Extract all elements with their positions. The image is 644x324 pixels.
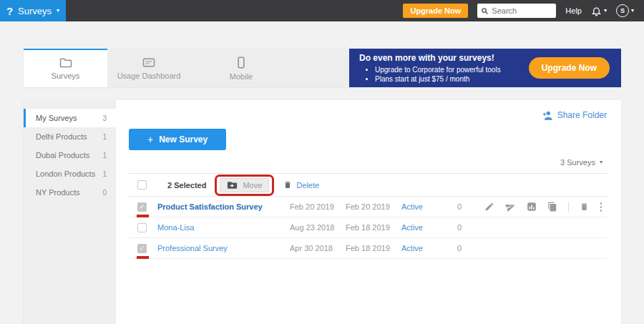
search-input[interactable] — [492, 6, 552, 15]
tab-label: Mobile — [230, 72, 253, 81]
tab-surveys[interactable]: Surveys — [24, 49, 107, 87]
folder-count: 1 — [102, 152, 107, 159]
folder-count: 0 — [102, 189, 107, 197]
surveys-count-label: 3 Surveys — [560, 158, 595, 167]
created-date: Apr 30 2018 — [290, 244, 346, 252]
share-folder-link[interactable]: Share Folder — [542, 110, 607, 120]
survey-title-link[interactable]: Mona-Lisa — [157, 223, 290, 232]
tab-mobile[interactable]: Mobile — [190, 49, 292, 87]
surveys-panel: Share Folder + New Survey 3 Surveys ▾ 2 … — [116, 100, 621, 324]
sidebar-item-delhi-products[interactable]: Delhi Products1 — [24, 127, 116, 146]
tab-label: Surveys — [52, 72, 80, 80]
surveys-table: 2 Selected Move — [129, 173, 607, 259]
chevron-down-icon: ▾ — [57, 8, 59, 14]
person-add-icon — [542, 110, 553, 120]
folder-label: Delhi Products — [36, 132, 87, 141]
upgrade-now-banner-button[interactable]: Upgrade Now — [529, 57, 610, 79]
status-badge: Active — [401, 202, 457, 211]
select-all-checkbox[interactable] — [137, 180, 147, 190]
responses-count: 0 — [457, 244, 484, 252]
sidebar-item-london-products[interactable]: London Products1 — [24, 165, 116, 183]
modified-date: Feb 20 2019 — [346, 202, 401, 211]
survey-title-link[interactable]: Product Satisfaction Survey — [157, 202, 290, 211]
selected-count-label: 2 Selected — [167, 181, 206, 190]
main-card: My Surveys3Delhi Products1Dubai Products… — [24, 100, 621, 324]
status-badge: Active — [401, 223, 457, 232]
modified-date: Feb 18 2019 — [346, 244, 401, 252]
account-menu[interactable]: S ▾ — [616, 4, 634, 17]
promo-title: Do even more with your surveys! — [359, 53, 529, 63]
status-badge: Active — [401, 244, 457, 252]
row-checkbox[interactable]: ✓ — [137, 202, 147, 212]
created-date: Aug 23 2018 — [290, 223, 346, 232]
row-actions — [484, 202, 607, 212]
promo-bullet: Upgrade to Corporate for powerful tools — [375, 65, 529, 74]
new-survey-button[interactable]: + New Survey — [129, 129, 226, 150]
folder-count: 3 — [102, 114, 107, 122]
plus-icon: + — [147, 134, 153, 145]
reports-icon[interactable] — [527, 202, 537, 212]
sidebar-item-my-surveys[interactable]: My Surveys3 — [24, 109, 116, 127]
selection-toolbar: 2 Selected Move — [129, 174, 607, 197]
promo-banner: Do even more with your surveys! Upgrade … — [349, 49, 621, 87]
actions-divider — [568, 202, 569, 212]
annotation-highlight-box: Move — [215, 175, 274, 196]
folder-count: 1 — [102, 170, 107, 178]
folders-sidebar: My Surveys3Delhi Products1Dubai Products… — [24, 100, 116, 324]
table-row: ✓Product Satisfaction SurveyFeb 20 2019F… — [129, 197, 607, 217]
folder-label: Dubai Products — [36, 151, 89, 159]
delete-button[interactable]: Delete — [283, 180, 319, 190]
help-link[interactable]: Help — [565, 6, 582, 15]
move-button[interactable]: Move — [220, 178, 269, 192]
share-folder-label: Share Folder — [557, 110, 607, 120]
send-icon[interactable] — [505, 202, 516, 212]
app-menu-label: Surveys — [18, 6, 52, 16]
search-icon — [481, 7, 489, 15]
surveys-count-dropdown[interactable]: 3 Surveys ▾ — [129, 158, 602, 167]
more-icon[interactable] — [600, 202, 602, 212]
row-checkbox-cell: ✓ — [137, 202, 157, 212]
folder-icon — [59, 57, 72, 68]
top-bar: ? Surveys ▾ Upgrade Now Help ▾ S ▾ — [0, 0, 644, 21]
promo-bullets: Upgrade to Corporate for powerful toolsP… — [375, 65, 529, 84]
edit-icon[interactable] — [484, 202, 494, 212]
proprofs-logo-icon: ? — [6, 6, 13, 16]
folder-label: NY Products — [36, 188, 80, 197]
annotation-underline — [137, 215, 149, 217]
promo-text: Do even more with your surveys! Upgrade … — [359, 53, 529, 84]
sidebar-item-dubai-products[interactable]: Dubai Products1 — [24, 146, 116, 165]
row-checkbox[interactable] — [137, 223, 147, 232]
tab-label: Usage Dashboard — [117, 72, 181, 80]
notifications-button[interactable]: ▾ — [591, 6, 607, 16]
promo-bullet: Plans start at just $75 / month — [375, 74, 529, 84]
dashboard-icon — [142, 57, 155, 68]
bell-icon — [591, 6, 602, 16]
avatar: S — [616, 4, 629, 17]
upgrade-now-button[interactable]: Upgrade Now — [403, 4, 468, 18]
move-folder-icon — [227, 181, 238, 190]
new-survey-label: New Survey — [159, 134, 208, 144]
survey-title-link[interactable]: Professional Survey — [157, 244, 290, 252]
row-checkbox[interactable]: ✓ — [137, 244, 147, 253]
search-box[interactable] — [477, 4, 556, 18]
chevron-down-icon: ▾ — [631, 8, 634, 14]
delete-icon[interactable] — [580, 202, 589, 212]
folder-label: My Surveys — [36, 114, 77, 122]
folder-count: 1 — [102, 133, 107, 141]
row-checkbox-cell — [137, 223, 157, 232]
sidebar-item-ny-products[interactable]: NY Products0 — [24, 183, 116, 202]
folder-label: London Products — [36, 170, 95, 178]
table-row: Mona-LisaAug 23 2018Feb 18 2019Active0 — [129, 217, 607, 238]
app-switcher[interactable]: ? Surveys ▾ — [0, 0, 66, 21]
tab-strip: SurveysUsage DashboardMobile Do even mor… — [24, 49, 621, 87]
chevron-down-icon: ▾ — [604, 8, 607, 14]
created-date: Feb 20 2019 — [290, 202, 346, 211]
table-row: ✓Professional SurveyApr 30 2018Feb 18 20… — [129, 238, 607, 259]
duplicate-icon[interactable] — [547, 202, 557, 212]
delete-label: Delete — [296, 181, 319, 190]
tab-usage-dashboard[interactable]: Usage Dashboard — [107, 49, 190, 87]
tabs: SurveysUsage DashboardMobile — [24, 49, 349, 87]
row-checkbox-cell: ✓ — [137, 244, 157, 253]
annotation-underline — [137, 256, 149, 259]
move-label: Move — [243, 181, 262, 190]
